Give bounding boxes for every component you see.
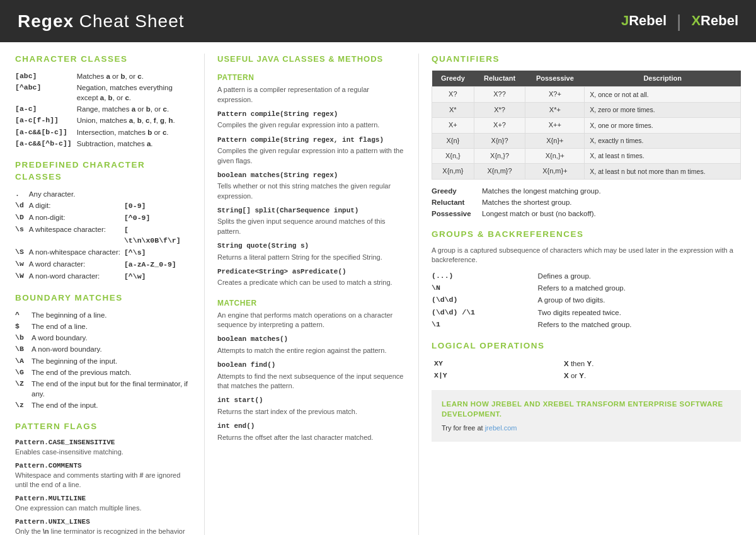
legend-key: Possessive — [432, 209, 482, 219]
java-classes-heading: USEFUL JAVA CLASSES & METHODS — [217, 54, 406, 65]
quantifiers-heading: QUANTIFIERS — [432, 54, 741, 66]
pre-code: \S — [15, 246, 29, 258]
quant-greedy: X{n,} — [432, 149, 474, 164]
table-row: \s A whitespace character: [ \t\n\x0B\f\… — [15, 224, 192, 246]
method-signature: String quote(String s) — [217, 241, 406, 251]
quant-possessive: X{n}+ — [525, 133, 585, 148]
cc-desc: Negation, matches everything except a, b… — [77, 82, 192, 103]
pre-label: A word character: — [29, 258, 124, 270]
boundary-code: \Z — [15, 378, 32, 400]
cc-code: [a-c&&[^b-c]] — [15, 138, 77, 149]
flag-desc: One expression can match multiple lines. — [15, 503, 192, 513]
boundary-desc: A word boundary. — [32, 332, 192, 343]
title-bold: Regex — [18, 11, 74, 31]
middle-column: USEFUL JAVA CLASSES & METHODS PATTERN A … — [204, 54, 418, 535]
table-row: . Any character. — [15, 188, 192, 200]
title-regular: Cheat Sheet — [74, 11, 184, 31]
quant-possessive: X{n,}+ — [525, 149, 585, 164]
table-row: ^ The beginning of a line. — [15, 309, 192, 321]
table-row: \S A non-whitespace character: [^\s] — [15, 246, 192, 258]
table-row: [a-c[f-h]] Union, matches a, b, c, f, g,… — [15, 115, 192, 126]
table-row: [abc] Matches a or b, or c. — [15, 71, 192, 82]
pattern-sub-heading: PATTERN — [217, 72, 406, 83]
quant-reluctant: X{n,}? — [474, 149, 525, 164]
flag-item: Pattern.UNIX_LINES Only the \n line term… — [15, 517, 192, 535]
legend-key: Greedy — [432, 186, 482, 196]
method-signature: boolean matches() — [217, 335, 406, 344]
col-description: Description — [585, 71, 741, 87]
pre-code: . — [15, 188, 29, 200]
quant-possessive: X{n,m}+ — [525, 164, 585, 179]
cc-code: [abc] — [15, 71, 77, 82]
flag-code: Pattern.CASE_INSENSITIVE — [15, 438, 192, 447]
flag-desc: Whitespace and comments starting with # … — [15, 471, 192, 490]
logical-code: X|Y — [432, 369, 561, 381]
method-desc: Returns the start index of the previous … — [217, 407, 406, 417]
table-row: \A The beginning of the input. — [15, 355, 192, 367]
quant-possessive: X++ — [525, 118, 585, 133]
table-row: [^abc] Negation, matches everything exce… — [15, 82, 192, 103]
right-column: QUANTIFIERS Greedy Reluctant Possessive … — [418, 54, 741, 535]
table-row: (\d\d) /\1 Two digits repeated twice. — [432, 306, 741, 318]
table-row: \z The end of the input. — [15, 400, 192, 411]
cta-title: LEARN HOW JREBEL AND XREBEL TRANSFORM EN… — [442, 399, 731, 419]
table-row: (...) Defines a group. — [432, 270, 741, 282]
logical-desc: X or Y. — [561, 369, 741, 381]
cc-code: [a-c[f-h]] — [15, 115, 77, 126]
table-row: $ The end of a line. — [15, 321, 192, 332]
cc-desc: Matches a or b, or c. — [77, 71, 192, 82]
pre-extra: [^\w] — [124, 270, 192, 282]
method-signature: boolean matches(String regex) — [217, 171, 406, 180]
logo-area: JRebel | XRebel — [621, 9, 738, 33]
quant-greedy: X{n} — [432, 133, 474, 148]
method-signature: String[] split(CharSequence input) — [217, 206, 406, 216]
quantifiers-table: Greedy Reluctant Possessive Description … — [432, 71, 741, 180]
group-code: \1 — [432, 318, 538, 330]
boundary-code: $ — [15, 321, 32, 332]
table-row: X? X?? X?+ X, once or not at all. — [432, 87, 741, 102]
method-desc: Tells whether or not this string matches… — [217, 181, 406, 201]
col-reluctant: Reluctant — [474, 71, 525, 87]
flag-code: Pattern.MULTILINE — [15, 494, 192, 503]
logical-heading: LOGICAL OPERATIONS — [432, 340, 741, 352]
boundary-desc: The end of the input but for the final t… — [32, 378, 192, 400]
table-row: [a-c] Range, matches a or b, or c. — [15, 103, 192, 115]
table-row: \D A non-digit: [^0-9] — [15, 212, 192, 224]
jrebel-logo: JRebel — [621, 11, 667, 31]
flag-code: Pattern.COMMENTS — [15, 461, 192, 471]
table-row: [a-c&&[^b-c]] Subtraction, matches a. — [15, 138, 192, 149]
table-row: X+ X+? X++ X, one or more times. — [432, 118, 741, 133]
quant-greedy: X? — [432, 87, 474, 102]
logical-desc: X then Y. — [561, 357, 741, 369]
main-content: CHARACTER CLASSES [abc] Matches a or b, … — [0, 42, 756, 535]
table-row: X{n} X{n}? X{n}+ X, exactly n times. — [432, 133, 741, 148]
character-classes-table: [abc] Matches a or b, or c. [^abc] Negat… — [15, 71, 192, 149]
boundary-desc: The beginning of a line. — [32, 309, 192, 321]
method-desc: Returns the offset after the last charac… — [217, 433, 406, 442]
pre-code: \d — [15, 200, 29, 212]
boundary-desc: The end of the input. — [32, 400, 192, 411]
table-row: \W A non-word character: [^\w] — [15, 270, 192, 282]
groups-table: (...) Defines a group. \N Refers to a ma… — [432, 270, 741, 330]
pre-extra: [0-9] — [124, 200, 192, 212]
cta-link[interactable]: jrebel.com — [485, 424, 517, 432]
cc-code: [^abc] — [15, 82, 77, 103]
pre-label: A non-word character: — [29, 270, 124, 282]
cc-desc: Union, matches a, b, c, f, g, h. — [77, 115, 192, 126]
cc-desc: Intersection, matches b or c. — [77, 127, 192, 138]
boundary-desc: The end of a line. — [32, 321, 192, 332]
quant-possessive: X*+ — [525, 102, 585, 117]
table-row: \B A non-word boundary. — [15, 343, 192, 355]
method-desc: Attempts to match the entire region agai… — [217, 346, 406, 355]
method-signature: Predicate<String> asPredicate() — [217, 267, 406, 277]
pre-extra: [^\s] — [124, 246, 192, 258]
legend-row: Possessive Longest match or bust (no bac… — [432, 209, 741, 219]
group-desc: Refers to the matched group. — [538, 318, 741, 330]
group-desc: Refers to a matched group. — [538, 282, 741, 294]
cta-sub: Try for free at jrebel.com — [442, 423, 731, 433]
character-classes-heading: CHARACTER CLASSES — [15, 54, 192, 66]
boundary-desc: The beginning of the input. — [32, 355, 192, 367]
quant-greedy: X+ — [432, 118, 474, 133]
col-greedy: Greedy — [432, 71, 474, 87]
legend-desc: Matches the shortest group. — [482, 197, 572, 207]
